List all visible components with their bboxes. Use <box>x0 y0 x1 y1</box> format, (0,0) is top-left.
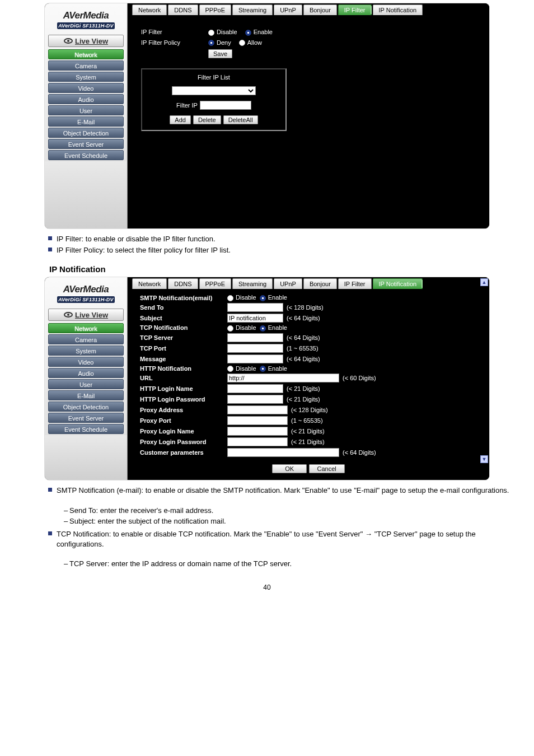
sidebar-item-system[interactable]: System <box>48 346 124 356</box>
sidebar-item-video[interactable]: Video <box>48 357 124 367</box>
http-login-input[interactable] <box>227 384 283 393</box>
live-view-button[interactable]: Live View <box>48 35 124 47</box>
sidebar-item-camera[interactable]: Camera <box>48 334 124 344</box>
add-button[interactable]: Add <box>170 115 191 124</box>
proxy-port-input[interactable] <box>227 416 288 425</box>
filter-ip-list-box: Filter IP List Filter IP Add Delete Dele… <box>141 68 287 131</box>
content-panel: Network DDNS PPPoE Streaming UPnP Bonjou… <box>128 3 489 228</box>
tab-pppoe[interactable]: PPPoE <box>199 4 231 15</box>
message-input[interactable] <box>227 354 283 363</box>
ip-filter-enable-option[interactable]: Enable <box>245 29 273 36</box>
proxy-login-label: Proxy Login Name <box>140 428 227 435</box>
tab-streaming[interactable]: Streaming <box>232 278 273 289</box>
bullet-icon <box>48 531 52 535</box>
tab-ip-notification[interactable]: IP Notification <box>373 278 423 289</box>
ip-filter-disable-option[interactable]: Disable <box>208 29 237 36</box>
eye-icon <box>64 38 73 44</box>
proxy-login-input[interactable] <box>227 427 288 436</box>
sidebar-item-event-server[interactable]: Event Server <box>48 413 124 423</box>
tab-ddns[interactable]: DDNS <box>168 4 198 15</box>
sidebar-item-email[interactable]: E-Mail <box>48 116 124 127</box>
url-label: URL <box>140 375 227 381</box>
tcp-server-input[interactable] <box>227 333 283 342</box>
sidebar-item-network[interactable]: Network <box>48 323 124 333</box>
hint: (< 60 Digits) <box>343 375 376 381</box>
tab-bonjour[interactable]: Bonjour <box>303 278 337 289</box>
sidebar-item-system[interactable]: System <box>48 72 124 82</box>
desc-text: SMTP Notification (e-mail): to enable or… <box>57 486 517 496</box>
http-disable-option[interactable]: Disable <box>227 365 256 372</box>
sidebar-item-email[interactable]: E-Mail <box>48 390 124 400</box>
live-view-button[interactable]: Live View <box>48 309 124 321</box>
tab-ip-filter[interactable]: IP Filter <box>338 4 372 15</box>
tab-ip-filter[interactable]: IP Filter <box>338 278 372 289</box>
proxy-addr-input[interactable] <box>227 405 288 414</box>
ip-filter-label: IP Filter <box>141 29 208 35</box>
policy-deny-option[interactable]: Deny <box>208 39 231 46</box>
subject-input[interactable] <box>227 314 283 323</box>
deleteall-button[interactable]: DeleteAll <box>223 115 258 124</box>
brand: AVerMedia AVerDiGi SF1311H-DV <box>45 7 127 31</box>
sidebar-item-video[interactable]: Video <box>48 83 124 93</box>
delete-button[interactable]: Delete <box>193 115 221 124</box>
hint: (< 128 Digits) <box>287 304 324 311</box>
http-login-label: HTTP Login Name <box>140 385 227 392</box>
cancel-button[interactable]: Cancel <box>309 464 345 473</box>
sidebar: AVerMedia AVerDiGi SF1311H-DV Live View … <box>45 3 128 228</box>
screenshot-ip-notification: AVerMedia AVerDiGi SF1311H-DV Live View … <box>45 277 489 480</box>
proxy-pw-input[interactable] <box>227 437 288 446</box>
sidebar-item-object-detection[interactable]: Object Detection <box>48 128 124 138</box>
sidebar-item-network[interactable]: Network <box>48 49 124 59</box>
bullet-icon <box>48 236 52 240</box>
tabs: Network DDNS PPPoE Streaming UPnP Bonjou… <box>128 277 489 289</box>
message-label: Message <box>140 356 227 362</box>
sidebar-item-user[interactable]: User <box>48 379 124 389</box>
tab-streaming[interactable]: Streaming <box>232 4 273 15</box>
sidebar-item-object-detection[interactable]: Object Detection <box>48 402 124 412</box>
content-panel: Network DDNS PPPoE Streaming UPnP Bonjou… <box>128 277 489 480</box>
tab-upnp[interactable]: UPnP <box>274 4 302 15</box>
policy-allow-option[interactable]: Allow <box>239 39 262 46</box>
save-button[interactable]: Save <box>208 49 232 58</box>
subpoint: –Send To: enter the receiver's e-mail ad… <box>64 505 517 516</box>
http-pw-input[interactable] <box>227 395 283 404</box>
sidebar-item-event-schedule[interactable]: Event Schedule <box>48 150 124 160</box>
bullet-icon <box>48 488 52 492</box>
smtp-enable-option[interactable]: Enable <box>260 294 287 301</box>
tcp-enable-option[interactable]: Enable <box>260 324 287 332</box>
eye-icon <box>64 312 73 318</box>
tab-upnp[interactable]: UPnP <box>274 278 302 289</box>
sidebar-item-audio[interactable]: Audio <box>48 94 124 104</box>
scroll-up-icon[interactable]: ▲ <box>480 278 488 286</box>
tab-bonjour[interactable]: Bonjour <box>303 4 337 15</box>
tcp-port-input[interactable] <box>227 344 283 353</box>
sidebar-item-user[interactable]: User <box>48 105 124 115</box>
hint: (< 21 Digits) <box>291 438 325 445</box>
ip-filter-policy-label: IP Filter Policy <box>141 39 208 46</box>
send-to-input[interactable] <box>227 303 283 312</box>
sidebar-item-audio[interactable]: Audio <box>48 368 124 378</box>
url-input[interactable] <box>227 374 339 382</box>
smtp-disable-option[interactable]: Disable <box>227 294 256 301</box>
sidebar-item-event-schedule[interactable]: Event Schedule <box>48 424 124 434</box>
tcp-disable-option[interactable]: Disable <box>227 324 256 332</box>
http-enable-option[interactable]: Enable <box>260 365 287 372</box>
hint: (< 64 Digits) <box>287 356 320 362</box>
sidebar-item-event-server[interactable]: Event Server <box>48 139 124 149</box>
tab-pppoe[interactable]: PPPoE <box>199 278 231 289</box>
hint: (< 21 Digits) <box>287 396 320 403</box>
tab-ip-notification[interactable]: IP Notification <box>373 4 423 15</box>
ok-button[interactable]: OK <box>272 464 307 473</box>
filter-ip-list-select[interactable] <box>172 86 256 95</box>
sidebar-item-camera[interactable]: Camera <box>48 60 124 71</box>
tab-ddns[interactable]: DDNS <box>168 278 198 289</box>
tab-network[interactable]: Network <box>132 278 167 289</box>
http-pw-label: HTTP Login Password <box>140 396 227 403</box>
desc-text: IP Filter: to enable or disable the IP f… <box>57 234 517 244</box>
cust-param-input[interactable] <box>227 448 339 457</box>
hint: (< 64 Digits) <box>343 449 376 456</box>
scroll-down-icon[interactable]: ▼ <box>480 455 488 463</box>
sidebar: AVerMedia AVerDiGi SF1311H-DV Live View … <box>45 277 128 480</box>
tab-network[interactable]: Network <box>132 4 167 15</box>
filter-ip-input[interactable] <box>200 101 251 110</box>
